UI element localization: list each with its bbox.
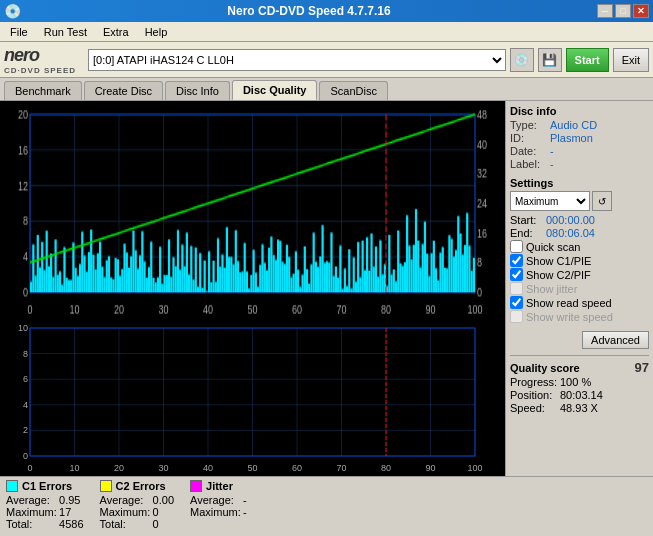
menu-extra[interactable]: Extra xyxy=(97,25,135,39)
right-panel: Disc info Type: Audio CD ID: Plasmon Dat… xyxy=(505,101,653,476)
settings-mode-row: Maximum ↺ xyxy=(510,191,649,211)
tab-disc-quality[interactable]: Disc Quality xyxy=(232,80,318,100)
show-jitter-checkbox[interactable] xyxy=(510,282,523,295)
legend-c1-max-value: 17 xyxy=(59,506,71,518)
legend-c2-title: C2 Errors xyxy=(116,480,166,492)
disc-icon-button[interactable]: 💿 xyxy=(510,48,534,72)
show-write-speed-label: Show write speed xyxy=(526,311,613,323)
legend-jitter-maximum: Maximum: - xyxy=(190,506,247,518)
chart-area xyxy=(0,101,505,476)
legend-c1-title: C1 Errors xyxy=(22,480,72,492)
legend-jitter-average: Average: - xyxy=(190,494,247,506)
legend-c1-total-label: Total: xyxy=(6,518,56,530)
end-time-label: End: xyxy=(510,227,546,239)
legend-c2-total: Total: 0 xyxy=(100,518,174,530)
tab-bar: Benchmark Create Disc Disc Info Disc Qua… xyxy=(0,78,653,101)
disc-type-row: Type: Audio CD xyxy=(510,119,649,131)
tab-disc-info[interactable]: Disc Info xyxy=(165,81,230,100)
tab-benchmark[interactable]: Benchmark xyxy=(4,81,82,100)
legend-c2-header: C2 Errors xyxy=(100,480,174,492)
window-controls: ─ □ ✕ xyxy=(597,4,649,18)
legend-c1-avg-value: 0.95 xyxy=(59,494,80,506)
lower-chart xyxy=(2,320,503,474)
close-button[interactable]: ✕ xyxy=(633,4,649,18)
settings-section: Settings Maximum ↺ Start: 000:00.00 End: xyxy=(510,177,649,349)
speed-value: 48.93 X xyxy=(560,402,598,414)
legend-c1-total-value: 4586 xyxy=(59,518,83,530)
maximize-button[interactable]: □ xyxy=(615,4,631,18)
save-icon-button[interactable]: 💾 xyxy=(538,48,562,72)
legend-c2-maximum: Maximum: 0 xyxy=(100,506,174,518)
legend-jitter-color xyxy=(190,480,202,492)
menu-help[interactable]: Help xyxy=(139,25,174,39)
show-c2pif-checkbox[interactable] xyxy=(510,268,523,281)
legend-c2-total-label: Total: xyxy=(100,518,150,530)
settings-title: Settings xyxy=(510,177,649,189)
nero-logo-text: nero xyxy=(4,45,39,66)
quality-section: Quality score 97 Progress: 100 % Positio… xyxy=(510,355,649,415)
disc-info-section: Disc info Type: Audio CD ID: Plasmon Dat… xyxy=(510,105,649,171)
show-jitter-row: Show jitter xyxy=(510,282,649,295)
disc-id-value: Plasmon xyxy=(550,132,593,144)
legend-c2-group: C2 Errors Average: 0.00 Maximum: 0 Total… xyxy=(100,480,174,533)
legend-c1-header: C1 Errors xyxy=(6,480,84,492)
disc-id-label: ID: xyxy=(510,132,550,144)
legend-jitter-group: Jitter Average: - Maximum: - xyxy=(190,480,247,533)
menu-run-test[interactable]: Run Test xyxy=(38,25,93,39)
quick-scan-label: Quick scan xyxy=(526,241,580,253)
drive-select[interactable]: [0:0] ATAPI iHAS124 C LL0H xyxy=(88,49,506,71)
title-bar: 💿 Nero CD-DVD Speed 4.7.7.16 ─ □ ✕ xyxy=(0,0,653,22)
minimize-button[interactable]: ─ xyxy=(597,4,613,18)
exit-button[interactable]: Exit xyxy=(613,48,649,72)
show-c1pie-checkbox[interactable] xyxy=(510,254,523,267)
start-time-row: Start: 000:00.00 xyxy=(510,214,649,226)
advanced-button[interactable]: Advanced xyxy=(582,331,649,349)
tab-create-disc[interactable]: Create Disc xyxy=(84,81,163,100)
nero-logo: nero CD·DVD SPEED xyxy=(4,45,76,75)
quick-scan-checkbox[interactable] xyxy=(510,240,523,253)
position-value: 80:03.14 xyxy=(560,389,603,401)
legend-c2-avg-label: Average: xyxy=(100,494,150,506)
legend-c1-group: C1 Errors Average: 0.95 Maximum: 17 Tota… xyxy=(6,480,84,533)
position-label: Position: xyxy=(510,389,560,401)
toolbar: nero CD·DVD SPEED [0:0] ATAPI iHAS124 C … xyxy=(0,42,653,78)
show-write-speed-checkbox[interactable] xyxy=(510,310,523,323)
progress-value: 100 % xyxy=(560,376,591,388)
start-button[interactable]: Start xyxy=(566,48,609,72)
disc-id-row: ID: Plasmon xyxy=(510,132,649,144)
position-row: Position: 80:03.14 xyxy=(510,389,649,401)
legend-c1-total: Total: 4586 xyxy=(6,518,84,530)
legend-c2-max-value: 0 xyxy=(153,506,159,518)
quality-score-value: 97 xyxy=(635,360,649,375)
legend-jitter-avg-label: Average: xyxy=(190,494,240,506)
legend-jitter-title: Jitter xyxy=(206,480,233,492)
tab-scan-disc[interactable]: ScanDisc xyxy=(319,81,387,100)
disc-date-label: Date: xyxy=(510,145,550,157)
legend-jitter-avg-value: - xyxy=(243,494,247,506)
legend-c2-color xyxy=(100,480,112,492)
settings-mode-select[interactable]: Maximum xyxy=(510,191,590,211)
speed-label: Speed: xyxy=(510,402,560,414)
end-time-row: End: 080:06.04 xyxy=(510,227,649,239)
title-bar-icon: 💿 xyxy=(4,3,21,19)
disc-label-row: Label: - xyxy=(510,158,649,170)
nero-logo-sub: CD·DVD SPEED xyxy=(4,66,76,75)
upper-chart xyxy=(2,103,503,318)
legend-c1-average: Average: 0.95 xyxy=(6,494,84,506)
legend-c1-maximum: Maximum: 17 xyxy=(6,506,84,518)
show-read-speed-label: Show read speed xyxy=(526,297,612,309)
menu-bar: File Run Test Extra Help xyxy=(0,22,653,42)
quality-score-row: Quality score 97 xyxy=(510,360,649,375)
legend-c2-max-label: Maximum: xyxy=(100,506,150,518)
show-c1pie-label: Show C1/PIE xyxy=(526,255,591,267)
disc-label-value: - xyxy=(550,158,554,170)
disc-info-title: Disc info xyxy=(510,105,649,117)
legend-c2-total-value: 0 xyxy=(153,518,159,530)
menu-file[interactable]: File xyxy=(4,25,34,39)
disc-date-row: Date: - xyxy=(510,145,649,157)
show-read-speed-checkbox[interactable] xyxy=(510,296,523,309)
show-c2pif-label: Show C2/PIF xyxy=(526,269,591,281)
progress-label: Progress: xyxy=(510,376,560,388)
progress-row: Progress: 100 % xyxy=(510,376,649,388)
refresh-button[interactable]: ↺ xyxy=(592,191,612,211)
